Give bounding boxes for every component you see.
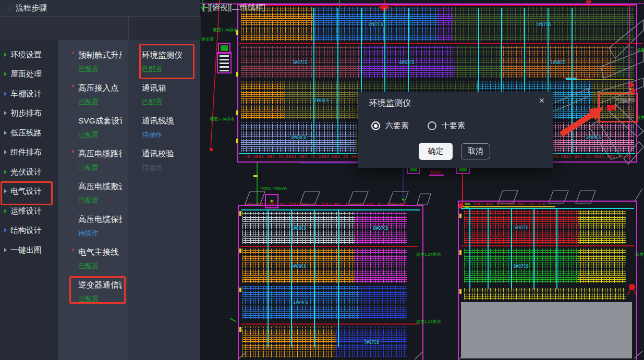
pv-array-block: 3#07C6 [241,46,359,79]
cable-riser [533,208,534,289]
pv-array-block: 2#08C6 [284,81,359,120]
sidebar-item-environment[interactable]: 环境设置 [0,49,57,60]
cable-id-labels: 45-3B01-W01 45-3B01-W02 45-3B02-W01 45-3… [464,202,546,207]
cable-id-labels: 45-3B01-W01 [564,76,597,81]
status-badge: 已配置 [78,294,126,304]
chevron-right-icon [4,150,7,154]
required-asterisk: * [71,247,78,255]
status-badge: 待激活 [142,163,196,172]
status-badge: 待操作 [142,130,196,140]
pv-array-block: 1#09C6 [553,122,634,153]
cad-line [461,208,634,209]
slope-label: 坡度1.24排水 [416,319,441,325]
cable-riser [511,208,512,289]
pv-array-block: 4#07C6 [359,46,455,79]
pv-array-block: 8#07C6 [355,212,407,245]
slope-label: 坡度1.24排水 [210,116,235,122]
equipment-box [217,52,232,73]
substep-inverter-comm: 逆变器通信设置 已配置 [71,280,126,304]
radio-six-elements[interactable] [371,121,380,130]
pv-array-block: 1#07C6 [313,7,438,42]
radio-six-elements-label: 六要素 [385,121,409,131]
viewport-label: [-][俯视][二维线框] [203,3,265,13]
sidebar-item-roof[interactable]: 屋面处理 [0,69,57,79]
dialog-title: 环境监测仪 [369,98,411,109]
slope-label: 坡度1.24排水 [635,252,644,257]
required-asterisk: * [71,50,78,58]
transformer-symbol: ✶ [265,194,278,208]
cable-riser [268,209,269,347]
panel-title: 流程步骤 [16,3,47,13]
substep-hv-cable-route: *高压电缆路径 已配置 [71,148,126,172]
cable-riser [314,209,315,347]
pv-array-block [359,286,407,320]
cable-riser [291,209,292,347]
radio-ten-elements[interactable] [428,121,436,130]
substep-prefab-station: *预制舱式升压站 已配置 [71,50,126,74]
pv-array-block: 1#08C6 [501,46,615,79]
cad-line [239,43,642,44]
confirm-button[interactable]: 确定 [419,143,453,160]
substation-bar [429,175,444,176]
cable-riser [488,208,489,289]
cad-line [462,172,463,207]
pv-array-block: 5#07C6 [464,210,578,245]
app-root: ⋮⋮ 流程步骤 环境设置 屋面处理 车棚设计 初步排布 低压线路 组件排布 光伏… [0,0,644,360]
sidebar-item-structure-design[interactable]: 结构设计 [0,225,57,235]
status-badge: 待操作 [78,229,126,238]
grip-icon[interactable]: ⋮⋮ [2,5,11,11]
sidebar-item-electrical-design[interactable]: 电气设计 [0,186,57,196]
sidebar-item-carport[interactable]: 车棚设计 [0,89,57,99]
required-asterisk: * [71,83,78,91]
task-comm-box: 通讯箱 已配置 [142,83,196,107]
pv-array-block [438,7,453,42]
process-steps-panel: ⋮⋮ 流程步骤 环境设置 屋面处理 车棚设计 初步排布 低压线路 组件排布 光伏… [0,0,200,360]
pv-array-block: 7#07C6 [336,327,407,358]
substep-hv-access-point: *高压接入点 已配置 [71,83,126,107]
chevron-right-icon [4,189,7,193]
pv-array-block [615,46,634,79]
pv-array-block: 6#07C6 [464,249,578,284]
star-icon: ✶ [266,195,277,207]
chevron-right-icon [4,111,7,115]
slope-label: 坡度1.24排水 [213,27,238,33]
pv-array-block [578,249,626,284]
monitor-symbol [607,105,615,110]
cable-riser [572,8,573,153]
close-icon[interactable]: × [539,96,544,105]
cad-viewport[interactable]: 1#07C6 2#07C6 3#07C6 4#07C6 1#08C6 2#08C… [200,0,644,360]
task-env-monitor: 环境监测仪 已配置 [142,50,196,74]
chevron-right-icon [4,209,7,213]
panel-top-left-zone [0,17,128,40]
radio-ten-elements-label: 十要素 [442,121,465,131]
chevron-right-icon [4,170,7,174]
pv-array-block [242,327,336,358]
status-badge: 已配置 [78,130,126,140]
sidebar-item-pv-design[interactable]: 光伏设计 [0,167,57,177]
cancel-button[interactable]: 取消 [461,143,490,159]
substep-main-wiring: *电气主接线 已配置 [71,247,126,271]
env-monitor-dialog: 环境监测仪 × 六要素 十要素 确定 取消 [358,92,553,168]
chevron-right-icon [4,92,7,96]
cad-line [461,245,634,246]
sidebar-item-lv-lines[interactable]: 低压线路 [0,128,57,138]
panel-top-right-zone [128,17,201,40]
sidebar-item-one-click-drawing[interactable]: 一键出图 [0,245,57,255]
sidebar-item-module-layout[interactable]: 组件排布 [0,147,57,157]
cable-riser [337,8,338,153]
slope-label: 坡度1.24排水 [636,47,644,53]
chevron-right-icon [4,248,7,252]
roof-plain-area [461,302,632,358]
transformer-label: TMD1-400kVA [260,186,287,191]
cable-riser [469,208,470,289]
substep-hv-cable-laying: 高压电缆敷设 已配置 [71,181,126,205]
lightning-belt-label: 避雷带 [201,36,214,42]
sidebar-item-preliminary-layout[interactable]: 初步排布 [0,108,57,118]
task-comm-cable: 通讯线缆 待操作 [142,116,196,140]
slope-label: 坡度1.24排水 [416,252,441,257]
required-asterisk: * [71,148,78,157]
pv-array-block [455,46,501,79]
chevron-right-icon [4,72,7,76]
chevron-right-icon [4,53,7,57]
sidebar-item-om-design[interactable]: 运维设计 [0,206,57,216]
